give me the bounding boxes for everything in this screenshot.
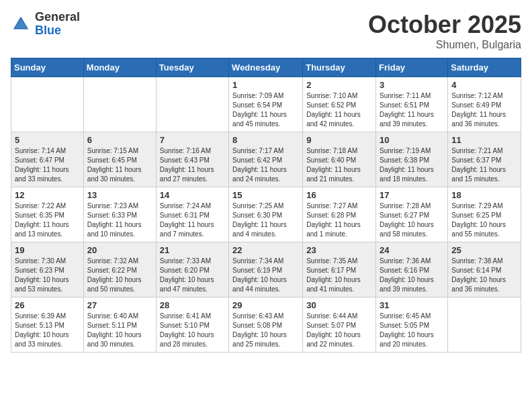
calendar-cell: 7Sunrise: 7:16 AM Sunset: 6:43 PM Daylig…	[156, 132, 228, 187]
logo-icon	[11, 14, 31, 34]
month-title: October 2025	[368, 11, 521, 39]
day-number: 1	[232, 80, 299, 90]
day-info: Sunrise: 7:25 AM Sunset: 6:30 PM Dayligh…	[232, 201, 299, 239]
day-info: Sunrise: 7:35 AM Sunset: 6:17 PM Dayligh…	[306, 257, 372, 294]
day-info: Sunrise: 7:32 AM Sunset: 6:22 PM Dayligh…	[87, 257, 152, 294]
calendar-cell: 10Sunrise: 7:19 AM Sunset: 6:38 PM Dayli…	[376, 132, 448, 187]
calendar-cell	[11, 77, 84, 132]
calendar-cell: 20Sunrise: 7:32 AM Sunset: 6:22 PM Dayli…	[83, 242, 156, 298]
day-number: 9	[306, 135, 372, 145]
calendar-cell: 25Sunrise: 7:38 AM Sunset: 6:14 PM Dayli…	[448, 242, 521, 298]
header: General Blue October 2025 Shumen, Bulgar…	[11, 11, 521, 51]
day-number: 3	[380, 80, 444, 90]
day-number: 15	[232, 190, 299, 200]
day-number: 16	[306, 190, 372, 200]
calendar-cell: 16Sunrise: 7:27 AM Sunset: 6:28 PM Dayli…	[303, 187, 376, 242]
calendar-cell: 27Sunrise: 6:40 AM Sunset: 5:11 PM Dayli…	[83, 298, 156, 353]
day-info: Sunrise: 7:21 AM Sunset: 6:37 PM Dayligh…	[451, 146, 517, 184]
header-day-wednesday: Wednesday	[229, 58, 303, 77]
calendar-cell: 5Sunrise: 7:14 AM Sunset: 6:47 PM Daylig…	[11, 132, 84, 187]
logo-general-text: General	[35, 11, 80, 24]
day-number: 7	[160, 135, 225, 145]
calendar-cell: 24Sunrise: 7:36 AM Sunset: 6:16 PM Dayli…	[376, 242, 448, 298]
day-number: 11	[451, 135, 517, 145]
day-number: 6	[87, 135, 152, 145]
calendar-table: SundayMondayTuesdayWednesdayThursdayFrid…	[11, 58, 521, 353]
logo-blue-text: Blue	[35, 24, 80, 38]
calendar-cell: 4Sunrise: 7:12 AM Sunset: 6:49 PM Daylig…	[448, 77, 521, 132]
header-day-friday: Friday	[376, 58, 448, 77]
day-info: Sunrise: 7:19 AM Sunset: 6:38 PM Dayligh…	[380, 146, 444, 184]
day-number: 13	[87, 190, 152, 200]
day-info: Sunrise: 6:43 AM Sunset: 5:08 PM Dayligh…	[232, 312, 299, 349]
day-info: Sunrise: 6:41 AM Sunset: 5:10 PM Dayligh…	[160, 312, 225, 349]
calendar-cell	[156, 77, 228, 132]
day-info: Sunrise: 7:11 AM Sunset: 6:51 PM Dayligh…	[380, 91, 444, 129]
calendar-cell: 30Sunrise: 6:44 AM Sunset: 5:07 PM Dayli…	[303, 298, 376, 353]
day-info: Sunrise: 7:38 AM Sunset: 6:14 PM Dayligh…	[451, 257, 517, 294]
day-number: 29	[232, 300, 299, 310]
day-info: Sunrise: 7:22 AM Sunset: 6:35 PM Dayligh…	[15, 201, 80, 239]
calendar-cell: 2Sunrise: 7:10 AM Sunset: 6:52 PM Daylig…	[303, 77, 376, 132]
day-number: 14	[160, 190, 225, 200]
day-info: Sunrise: 7:17 AM Sunset: 6:42 PM Dayligh…	[232, 146, 299, 184]
title-section: October 2025 Shumen, Bulgaria	[368, 11, 521, 51]
day-number: 23	[306, 245, 372, 255]
day-info: Sunrise: 7:12 AM Sunset: 6:49 PM Dayligh…	[451, 91, 517, 129]
calendar-cell: 8Sunrise: 7:17 AM Sunset: 6:42 PM Daylig…	[229, 132, 303, 187]
day-info: Sunrise: 7:27 AM Sunset: 6:28 PM Dayligh…	[306, 201, 372, 239]
week-row-1: 1Sunrise: 7:09 AM Sunset: 6:54 PM Daylig…	[11, 77, 521, 132]
day-number: 8	[232, 135, 299, 145]
header-day-monday: Monday	[83, 58, 156, 77]
day-number: 20	[87, 245, 152, 255]
day-info: Sunrise: 7:18 AM Sunset: 6:40 PM Dayligh…	[306, 146, 372, 184]
calendar-cell	[448, 298, 521, 353]
calendar-cell: 31Sunrise: 6:45 AM Sunset: 5:05 PM Dayli…	[376, 298, 448, 353]
day-info: Sunrise: 7:15 AM Sunset: 6:45 PM Dayligh…	[87, 146, 152, 184]
day-number: 30	[306, 300, 372, 310]
day-number: 24	[380, 245, 444, 255]
calendar-cell: 15Sunrise: 7:25 AM Sunset: 6:30 PM Dayli…	[229, 187, 303, 242]
day-number: 4	[451, 80, 517, 90]
calendar-cell: 9Sunrise: 7:18 AM Sunset: 6:40 PM Daylig…	[303, 132, 376, 187]
day-number: 31	[380, 300, 444, 310]
day-info: Sunrise: 7:14 AM Sunset: 6:47 PM Dayligh…	[15, 146, 80, 184]
day-info: Sunrise: 7:09 AM Sunset: 6:54 PM Dayligh…	[232, 91, 299, 129]
calendar-cell: 22Sunrise: 7:34 AM Sunset: 6:19 PM Dayli…	[229, 242, 303, 298]
day-info: Sunrise: 6:44 AM Sunset: 5:07 PM Dayligh…	[306, 312, 372, 349]
day-number: 17	[380, 190, 444, 200]
day-info: Sunrise: 7:36 AM Sunset: 6:16 PM Dayligh…	[380, 257, 444, 294]
day-info: Sunrise: 7:34 AM Sunset: 6:19 PM Dayligh…	[232, 257, 299, 294]
day-number: 26	[15, 300, 80, 310]
day-info: Sunrise: 7:23 AM Sunset: 6:33 PM Dayligh…	[87, 201, 152, 239]
day-number: 19	[15, 245, 80, 255]
calendar-cell: 17Sunrise: 7:28 AM Sunset: 6:27 PM Dayli…	[376, 187, 448, 242]
calendar-cell: 6Sunrise: 7:15 AM Sunset: 6:45 PM Daylig…	[83, 132, 156, 187]
calendar-cell: 1Sunrise: 7:09 AM Sunset: 6:54 PM Daylig…	[229, 77, 303, 132]
calendar-cell: 26Sunrise: 6:39 AM Sunset: 5:13 PM Dayli…	[11, 298, 84, 353]
calendar-cell: 12Sunrise: 7:22 AM Sunset: 6:35 PM Dayli…	[11, 187, 84, 242]
day-number: 25	[451, 245, 517, 255]
calendar-cell: 28Sunrise: 6:41 AM Sunset: 5:10 PM Dayli…	[156, 298, 228, 353]
day-number: 22	[232, 245, 299, 255]
week-row-4: 19Sunrise: 7:30 AM Sunset: 6:23 PM Dayli…	[11, 242, 521, 298]
day-info: Sunrise: 6:39 AM Sunset: 5:13 PM Dayligh…	[15, 312, 80, 349]
week-row-5: 26Sunrise: 6:39 AM Sunset: 5:13 PM Dayli…	[11, 298, 521, 353]
day-number: 5	[15, 135, 80, 145]
header-day-saturday: Saturday	[448, 58, 521, 77]
day-info: Sunrise: 7:30 AM Sunset: 6:23 PM Dayligh…	[15, 257, 80, 294]
header-row: SundayMondayTuesdayWednesdayThursdayFrid…	[11, 58, 521, 77]
header-day-thursday: Thursday	[303, 58, 376, 77]
calendar-cell: 18Sunrise: 7:29 AM Sunset: 6:25 PM Dayli…	[448, 187, 521, 242]
day-info: Sunrise: 6:40 AM Sunset: 5:11 PM Dayligh…	[87, 312, 152, 349]
day-info: Sunrise: 7:16 AM Sunset: 6:43 PM Dayligh…	[160, 146, 225, 184]
calendar-cell: 21Sunrise: 7:33 AM Sunset: 6:20 PM Dayli…	[156, 242, 228, 298]
day-info: Sunrise: 7:24 AM Sunset: 6:31 PM Dayligh…	[160, 201, 225, 239]
day-info: Sunrise: 7:29 AM Sunset: 6:25 PM Dayligh…	[451, 201, 517, 239]
day-number: 2	[306, 80, 372, 90]
calendar-cell: 29Sunrise: 6:43 AM Sunset: 5:08 PM Dayli…	[229, 298, 303, 353]
logo: General Blue	[11, 11, 80, 38]
location-title: Shumen, Bulgaria	[368, 39, 521, 51]
day-number: 21	[160, 245, 225, 255]
calendar-cell	[83, 77, 156, 132]
